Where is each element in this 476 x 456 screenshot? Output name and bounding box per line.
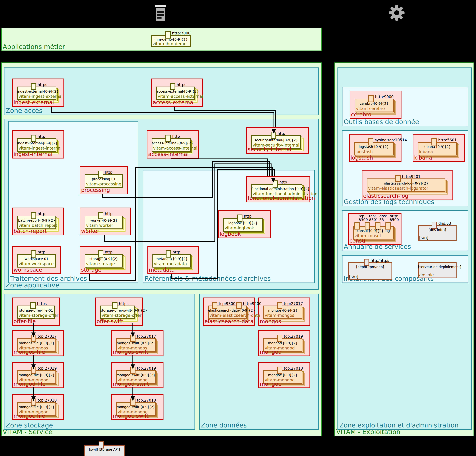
group-label-metadata: metadata: [149, 267, 175, 273]
connector-segment: [132, 323, 133, 333]
group-label-storage: storage: [81, 267, 102, 273]
zone-label-zone-donnees: Zone données: [201, 421, 247, 429]
machine-name-metadata: metadata-[0-9]{2}: [153, 257, 191, 261]
machine-name-mongoc-file: mongoc-file-[0-9]{2}: [17, 405, 56, 409]
group-label-kibana: kibana: [414, 155, 432, 161]
connector-segment: [217, 169, 218, 279]
machine-name-mongos-swift: mongos-swift-[0-9]{2}: [116, 341, 156, 345]
machine-name-mongoc-swift: mongoc-swift-[0-9]{2}: [116, 405, 156, 409]
machine-package-mongos: vitam-mongos: [265, 313, 294, 318]
connector-segment: [33, 323, 34, 333]
port-label-mongos-file: tcp:27017: [38, 334, 57, 339]
connector-segment: [272, 112, 273, 129]
machine-package-elasticsearch-log: vitam-elasticsearch-log: [368, 186, 416, 191]
machine-name-elasticsearch-log: elasticsearch-log-[0-9]{2}: [367, 181, 445, 185]
machine-package-consul: vitam-consul: [354, 233, 381, 238]
group-label-offer-file: offer-file: [14, 318, 36, 324]
machine-name-logstash: logstash-[0-9]{2}: [354, 145, 394, 149]
group-label-cerebro: cerebro: [351, 111, 371, 118]
port-ingest-internal: [31, 135, 36, 142]
connector-segment: [275, 110, 276, 129]
machine-name-mongos: mongos-[0-9]{2}: [263, 308, 302, 312]
group-label-offer-swift: offer-swift: [97, 318, 123, 324]
machine-package-worker: vitam-worker: [86, 223, 113, 228]
arrowhead-down: [272, 129, 276, 134]
machine-package-cerebro: vitam-cerebro: [356, 106, 385, 111]
port-elasticsearch-data: [212, 302, 217, 309]
arrowhead-down: [271, 178, 275, 183]
machine-name-ihm-demo: ihm-demo-[0-9]{2}: [151, 37, 191, 41]
connector-segment: [51, 112, 274, 113]
machine-name-mongoc: mongoc-[0-9]{2}: [263, 373, 302, 377]
port-access-external: [170, 83, 175, 90]
port-label-line: 8300: [359, 218, 368, 222]
machine-name-cerebro: cerebro-[0-9]{2}: [355, 102, 394, 105]
arrowhead-down: [31, 396, 36, 401]
port-label-mongoc-file: tcp:27018: [38, 398, 57, 403]
machine-name-mongod-file: mongod-file-[0-9]{2}: [17, 373, 56, 377]
connector-segment: [132, 387, 133, 397]
group-label-processing: processing: [81, 187, 110, 193]
port-label-elasticsearch-data: tcp:9300: [219, 302, 236, 306]
machine-name-security-internal: security-internal-[0-9]{2}: [251, 138, 301, 142]
machine-package-mongos-swift: vitam-mongos: [118, 346, 147, 350]
connector-segment: [89, 274, 90, 281]
port-label-worker: http: [105, 212, 112, 216]
port-consul: [375, 222, 381, 229]
port-storage: [98, 250, 103, 258]
connector-segment: [212, 161, 213, 198]
connector-segment: [171, 158, 268, 159]
machine-package-workspace: vitam-workspace: [18, 262, 54, 266]
port-mongos: [277, 302, 282, 309]
port-label-line: 53: [379, 218, 387, 222]
port-label-consul: http:8500: [390, 214, 399, 222]
machine-package-processing: vitam-processing: [86, 182, 121, 186]
machine-package-offer-file: vitam-storage-offer: [18, 313, 58, 318]
port-consul: [385, 222, 391, 229]
port-label-ingest-external: https: [38, 83, 47, 87]
machine-name-access-internal: access-internal-[0-9]{2}: [152, 141, 191, 145]
zone-label-traitement-des-archives: Traitement des archives: [10, 275, 87, 282]
machine-package-functional-administration: vitam-functional-administration: [253, 192, 317, 196]
machine-name-ingest-internal: ingest-internal-[0-9]{2}: [17, 141, 56, 145]
port-label-elasticsearch-log: http:9201: [402, 175, 421, 179]
connector-segment: [33, 355, 34, 365]
port-label-mongos-swift: tcp:27017: [137, 334, 156, 339]
port-label-line: tcp:: [369, 214, 378, 218]
connector-segment: [135, 167, 136, 281]
port-label-kibana: http:5601: [438, 138, 457, 142]
machine-name-swift-object-storage: [swift storage API]: [84, 447, 125, 451]
connector-segment: [135, 167, 273, 168]
machine-name-processing: processing-01: [85, 177, 123, 181]
zone-label-applications-metier: Applications métier: [3, 43, 65, 50]
port-cerebro: [368, 95, 374, 102]
machine-name-storage: storage-[0-9]{2}: [85, 257, 123, 261]
machine-package-mongoc-file: vitam-mongoc: [18, 410, 48, 414]
port-mongod: [277, 335, 282, 342]
port-ingest-external: [31, 83, 36, 90]
port-label-ingest-internal: http: [38, 134, 45, 139]
machine-package-elasticsearch-data: vitam-elasticsearch-data: [210, 313, 260, 318]
group-label-consul: consul: [349, 237, 367, 244]
machine-name-mongod-swift: mongod-swift-[0-9]{2}: [116, 373, 156, 377]
port-offer-file: [30, 302, 36, 309]
port-logstash: [368, 138, 373, 145]
port-elasticsearch-data: [236, 302, 242, 309]
group-label-worker: worker: [81, 228, 99, 234]
machine-name-logbook: logbook-[0-9]{2}: [223, 221, 263, 225]
port-label-line: 8500: [390, 218, 399, 222]
port-label-mongoc-swift: tcp:27018: [137, 398, 156, 403]
port-label-elasticsearch-data: http:9200: [243, 302, 262, 306]
machine-name-mongos-file: mongos-file-[0-9]{2}: [17, 341, 56, 345]
arrowhead-down: [31, 364, 36, 369]
port-label-consul: tcp:8300: [359, 214, 368, 222]
group-label-ingest-internal: ingest-internal: [14, 151, 52, 157]
zone-label-zone-exploitation-admin: Zone exploitation et d'administration: [339, 421, 459, 429]
machine-package-mongod-file: vitam-mongod: [18, 378, 49, 382]
port-access-internal: [165, 135, 171, 142]
port-label-mongos: tcp:27017: [284, 302, 303, 306]
machine-package-ingest-internal: vitam-ingest-internal: [18, 146, 61, 150]
group-label-batch-report: batch-report: [14, 228, 47, 234]
connector-segment: [171, 278, 218, 279]
machine-package-mongoc-swift: vitam-mongoc: [118, 410, 147, 414]
